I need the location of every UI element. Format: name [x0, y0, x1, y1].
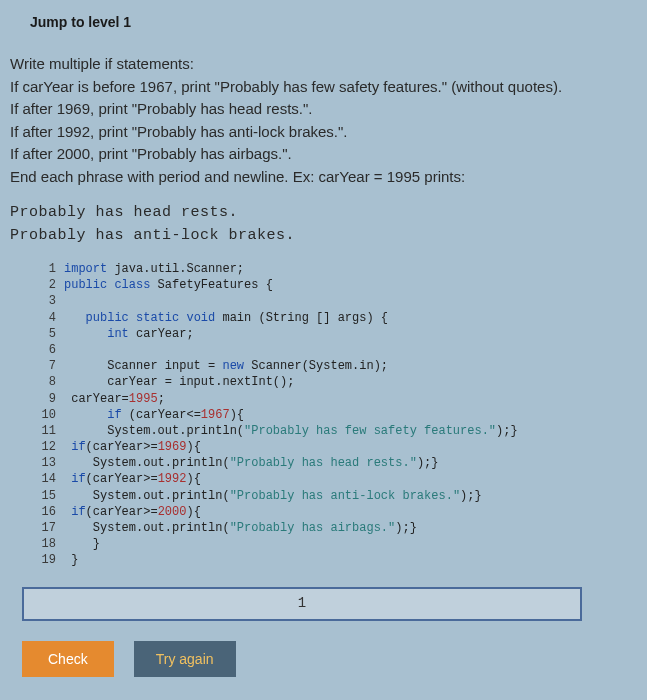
button-row: Check Try again — [22, 641, 637, 677]
code-line: 4 public static void main (String [] arg… — [30, 310, 637, 326]
code-line-body: } — [64, 536, 100, 552]
instr-line: Write multiple if statements: — [10, 53, 637, 76]
line-number: 1 — [30, 261, 56, 277]
code-line-body: System.out.println("Probably has anti-lo… — [64, 488, 482, 504]
code-line-body: import java.util.Scanner; — [64, 261, 244, 277]
instr-line: If after 1992, print "Probably has anti-… — [10, 121, 637, 144]
code-line: 15 System.out.println("Probably has anti… — [30, 488, 637, 504]
sample-output-line: Probably has head rests. — [10, 202, 637, 225]
code-line: 2public class SafetyFeatures { — [30, 277, 637, 293]
code-line-body: if (carYear<=1967){ — [64, 407, 244, 423]
code-line-body: carYear = input.nextInt(); — [64, 374, 294, 390]
line-number: 14 — [30, 471, 56, 487]
code-line: 7 Scanner input = new Scanner(System.in)… — [30, 358, 637, 374]
try-again-button[interactable]: Try again — [134, 641, 236, 677]
code-line: 1import java.util.Scanner; — [30, 261, 637, 277]
sample-output: Probably has head rests. Probably has an… — [10, 202, 637, 247]
code-line: 3 — [30, 293, 637, 309]
code-line: 8 carYear = input.nextInt(); — [30, 374, 637, 390]
line-number: 12 — [30, 439, 56, 455]
code-line: 19 } — [30, 552, 637, 568]
line-number: 10 — [30, 407, 56, 423]
line-number: 11 — [30, 423, 56, 439]
line-number: 13 — [30, 455, 56, 471]
line-number: 19 — [30, 552, 56, 568]
code-line-body: Scanner input = new Scanner(System.in); — [64, 358, 388, 374]
line-number: 4 — [30, 310, 56, 326]
instructions-block: Write multiple if statements: If carYear… — [10, 53, 637, 188]
code-line: 9 carYear=1995; — [30, 391, 637, 407]
code-line-body: if(carYear>=1992){ — [64, 471, 201, 487]
code-line-body: System.out.println("Probably has head re… — [64, 455, 438, 471]
code-editor[interactable]: 1import java.util.Scanner;2public class … — [30, 261, 637, 569]
code-line-body: if(carYear>=2000){ — [64, 504, 201, 520]
sample-output-line: Probably has anti-lock brakes. — [10, 225, 637, 248]
code-line: 6 — [30, 342, 637, 358]
code-line: 13 System.out.println("Probably has head… — [30, 455, 637, 471]
line-number: 6 — [30, 342, 56, 358]
line-number: 8 — [30, 374, 56, 390]
instr-line: End each phrase with period and newline.… — [10, 166, 637, 189]
line-number: 18 — [30, 536, 56, 552]
instr-line: If after 2000, print "Probably has airba… — [10, 143, 637, 166]
code-line-body: System.out.println("Probably has airbags… — [64, 520, 417, 536]
code-line: 10 if (carYear<=1967){ — [30, 407, 637, 423]
code-line-body: if(carYear>=1969){ — [64, 439, 201, 455]
line-number: 15 — [30, 488, 56, 504]
code-line-body: System.out.println("Probably has few saf… — [64, 423, 518, 439]
code-line-body: int carYear; — [64, 326, 194, 342]
check-button[interactable]: Check — [22, 641, 114, 677]
line-number: 9 — [30, 391, 56, 407]
code-line-body: carYear=1995; — [64, 391, 165, 407]
instr-line: If carYear is before 1967, print "Probab… — [10, 76, 637, 99]
code-line: 5 int carYear; — [30, 326, 637, 342]
input-row: 1 — [22, 587, 625, 621]
code-line: 18 } — [30, 536, 637, 552]
code-line: 11 System.out.println("Probably has few … — [30, 423, 637, 439]
line-number: 7 — [30, 358, 56, 374]
line-number: 17 — [30, 520, 56, 536]
jump-to-level-link[interactable]: Jump to level 1 — [30, 12, 637, 33]
code-line: 16 if(carYear>=2000){ — [30, 504, 637, 520]
run-input-value: 1 — [298, 593, 306, 614]
run-input-field[interactable]: 1 — [22, 587, 582, 621]
line-number: 5 — [30, 326, 56, 342]
line-number: 2 — [30, 277, 56, 293]
code-line: 17 System.out.println("Probably has airb… — [30, 520, 637, 536]
code-line: 14 if(carYear>=1992){ — [30, 471, 637, 487]
code-line: 12 if(carYear>=1969){ — [30, 439, 637, 455]
code-line-body: } — [64, 552, 78, 568]
code-line-body: public static void main (String [] args)… — [64, 310, 388, 326]
code-line-body: public class SafetyFeatures { — [64, 277, 273, 293]
line-number: 3 — [30, 293, 56, 309]
instr-line: If after 1969, print "Probably has head … — [10, 98, 637, 121]
line-number: 16 — [30, 504, 56, 520]
